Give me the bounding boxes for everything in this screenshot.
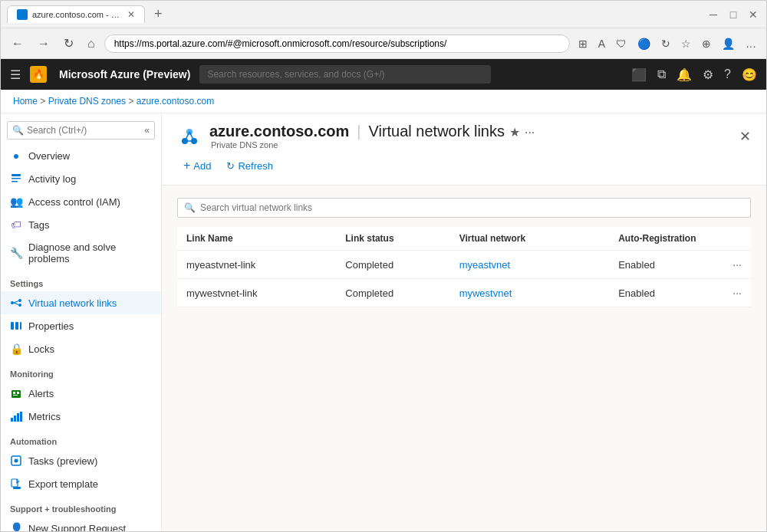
sidebar-item-label-locks: Locks xyxy=(28,343,54,355)
more-options-button[interactable]: ··· xyxy=(525,126,535,140)
settings-icon[interactable]: ⚙ xyxy=(703,67,713,82)
more-tools-icon[interactable]: … xyxy=(742,34,760,53)
refresh-icon: ↻ xyxy=(226,160,235,172)
svg-point-4 xyxy=(18,299,21,302)
sidebar-item-virtual-network-links[interactable]: Virtual network links xyxy=(1,291,161,314)
section-automation: Automation xyxy=(1,428,161,449)
row2-virtual-network[interactable]: mywestvnet xyxy=(450,279,610,307)
section-monitoring: Monitoring xyxy=(1,360,161,382)
maximize-button[interactable]: □ xyxy=(726,8,740,21)
svg-rect-10 xyxy=(20,322,21,330)
sidebar-collapse-icon[interactable]: « xyxy=(144,125,150,136)
translate-icon[interactable]: A xyxy=(594,34,609,53)
cast-icon[interactable]: ⊞ xyxy=(574,34,591,53)
back-button[interactable]: ← xyxy=(7,34,28,54)
vnet-search-box[interactable]: 🔍 xyxy=(177,198,751,218)
breadcrumb: Home > Private DNS zones > azure.contoso… xyxy=(1,90,766,113)
svg-rect-18 xyxy=(20,412,22,422)
diagnose-icon: 🔧 xyxy=(10,247,22,259)
refresh-button[interactable]: ↻ Refresh xyxy=(220,157,279,175)
global-search-input[interactable] xyxy=(199,65,491,84)
ublock-icon[interactable]: 🔵 xyxy=(634,34,654,53)
vnet-search-input[interactable] xyxy=(200,202,744,213)
row1-more-icon[interactable]: ··· xyxy=(732,258,742,271)
svg-rect-14 xyxy=(17,392,19,394)
svg-rect-0 xyxy=(12,174,21,176)
sidebar-search-box[interactable]: 🔍 « xyxy=(7,121,155,140)
breadcrumb-resource[interactable]: azure.contoso.com xyxy=(137,96,214,107)
sidebar-item-tasks[interactable]: Tasks (preview) xyxy=(1,449,161,472)
row1-virtual-network[interactable]: myeastvnet xyxy=(450,251,610,279)
row2-vnet-link[interactable]: mywestvnet xyxy=(459,287,512,299)
svg-rect-2 xyxy=(12,181,18,182)
breadcrumb-home[interactable]: Home xyxy=(13,96,38,107)
row1-more[interactable]: ··· xyxy=(723,251,751,279)
address-bar[interactable] xyxy=(104,34,570,53)
hamburger-menu[interactable]: ☰ xyxy=(10,67,21,82)
table-row: mywestvnet-link Completed mywestvnet Ena… xyxy=(177,279,751,307)
toolbar: + Add ↻ Refresh xyxy=(177,149,751,179)
section-support: Support + troubleshooting xyxy=(1,495,161,517)
browser-tab[interactable]: azure.contoso.com - Microsoft A... ✕ xyxy=(7,5,145,23)
help-icon[interactable]: ? xyxy=(724,67,731,81)
cloud-shell-icon[interactable]: ⬛ xyxy=(631,67,647,82)
vnet-links-table: Link Name Link status Virtual network Au… xyxy=(177,227,751,307)
svg-line-7 xyxy=(14,303,18,305)
sidebar-item-export[interactable]: Export template xyxy=(1,472,161,495)
table-row: myeastvnet-link Completed myeastvnet Ena… xyxy=(177,251,751,279)
feedback-icon[interactable]: 😊 xyxy=(742,67,757,82)
properties-icon xyxy=(10,320,22,332)
svg-rect-17 xyxy=(17,413,19,422)
collections-icon[interactable]: ⊕ xyxy=(698,34,715,53)
svg-point-20 xyxy=(15,459,18,463)
resource-type: Private DNS zone xyxy=(211,140,535,149)
sidebar-item-locks[interactable]: 🔒 Locks xyxy=(1,337,161,360)
sidebar-item-overview[interactable]: ● Overview xyxy=(1,144,161,167)
favorite-button[interactable]: ★ xyxy=(509,125,520,140)
home-button[interactable]: ⌂ xyxy=(83,34,100,54)
page-name: Virtual network links xyxy=(368,123,504,140)
breadcrumb-dns-zones[interactable]: Private DNS zones xyxy=(48,96,126,107)
iam-icon: 👥 xyxy=(10,195,22,208)
support-icon: 👤 xyxy=(10,522,22,531)
svg-rect-12 xyxy=(13,392,15,394)
col-auto-registration: Auto-Registration xyxy=(609,227,723,251)
sidebar-item-properties[interactable]: Properties xyxy=(1,314,161,337)
tags-icon: 🏷 xyxy=(10,218,22,231)
sidebar-item-label-export: Export template xyxy=(28,478,98,490)
close-pane-button[interactable]: ✕ xyxy=(739,128,751,145)
sidebar-item-label-overview: Overview xyxy=(28,150,70,162)
main-content: azure.contoso.com | Virtual network link… xyxy=(162,113,766,531)
tab-close-btn[interactable]: ✕ xyxy=(127,9,135,20)
add-button[interactable]: + Add xyxy=(177,156,217,176)
row2-more-icon[interactable]: ··· xyxy=(732,287,742,299)
refresh-icon[interactable]: ↻ xyxy=(657,34,674,53)
reload-button[interactable]: ↻ xyxy=(59,33,78,54)
vnet-search-icon: 🔍 xyxy=(184,202,196,213)
shield-icon[interactable]: 🛡 xyxy=(612,34,630,53)
sidebar-item-alerts[interactable]: Alerts xyxy=(1,382,161,405)
sidebar-item-iam[interactable]: 👥 Access control (IAM) xyxy=(1,190,161,213)
close-window-button[interactable]: ✕ xyxy=(746,8,760,21)
new-tab-button[interactable]: + xyxy=(151,6,166,22)
notifications-icon[interactable]: 🔔 xyxy=(676,67,692,82)
sidebar-item-support[interactable]: 👤 New Support Request xyxy=(1,517,161,531)
star-icon[interactable]: ☆ xyxy=(677,34,695,53)
forward-button[interactable]: → xyxy=(33,34,54,54)
profile-icon[interactable]: 👤 xyxy=(718,34,739,53)
sidebar-item-activity-log[interactable]: Activity log xyxy=(1,167,161,190)
azure-logo-icon: 🔥 xyxy=(30,66,47,83)
sidebar-search-input[interactable] xyxy=(27,125,141,136)
svg-rect-16 xyxy=(14,415,16,422)
minimize-button[interactable]: ─ xyxy=(706,8,720,21)
sidebar-item-metrics[interactable]: Metrics xyxy=(1,405,161,428)
resource-icon xyxy=(177,124,202,149)
sidebar-item-diagnose[interactable]: 🔧 Diagnose and solve problems xyxy=(1,236,161,270)
add-label: Add xyxy=(193,160,211,172)
content-inner: 🔍 Link Name Link status Virtual network … xyxy=(162,186,766,320)
row2-more[interactable]: ··· xyxy=(723,279,751,307)
window-controls: ─ □ ✕ xyxy=(706,8,760,21)
sidebar-item-tags[interactable]: 🏷 Tags xyxy=(1,213,161,236)
row1-vnet-link[interactable]: myeastvnet xyxy=(459,259,510,271)
portal-settings-icon[interactable]: ⧉ xyxy=(657,67,666,81)
